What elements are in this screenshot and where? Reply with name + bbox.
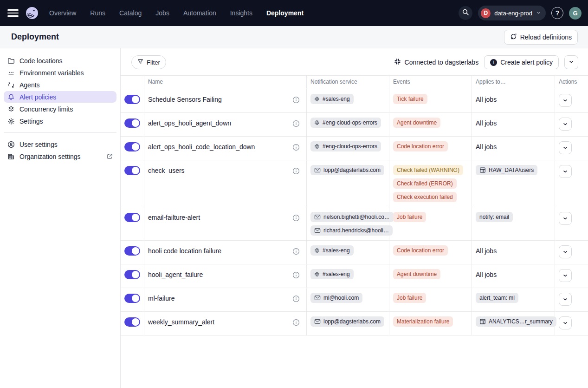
chevron-down-icon: [562, 169, 568, 174]
events-cell: Check failed (WARNING)Check failed (ERRO…: [389, 160, 472, 207]
help-button[interactable]: ?: [551, 7, 563, 19]
row-actions-dropdown-button[interactable]: [559, 245, 572, 258]
slack-icon: [314, 271, 320, 277]
tag-badge: alert_team: ml: [476, 293, 518, 303]
nav-link-jobs[interactable]: Jobs: [155, 9, 169, 17]
nav-link-catalog[interactable]: Catalog: [119, 9, 142, 17]
chevron-down-icon: [569, 59, 574, 66]
asset-badge: ANALYTICS…r_summary: [476, 316, 556, 327]
info-icon[interactable]: [292, 319, 300, 326]
search-button[interactable]: [459, 6, 472, 20]
notification-service-cell: lopp@dagsterlabs.com: [306, 312, 389, 335]
info-icon[interactable]: [292, 120, 300, 127]
alert-policies-table: Name Notification service Events Applies…: [121, 75, 588, 335]
info-icon[interactable]: [292, 96, 300, 104]
user-avatar[interactable]: G: [569, 7, 582, 20]
info-icon[interactable]: [292, 271, 300, 279]
enabled-toggle[interactable]: [124, 246, 140, 256]
environment-variables-icon: [7, 69, 15, 77]
sidebar-item-concurrency-limits[interactable]: Concurrency limits: [4, 103, 116, 115]
event-badge: Materialization failure: [393, 316, 453, 327]
row-actions-dropdown-button[interactable]: [559, 212, 572, 225]
row-actions-dropdown-button[interactable]: [559, 94, 572, 107]
policy-name: Schedule Sensors Failing: [148, 96, 222, 103]
alert-policy-row: ml-failureml@hooli.comJob failurealert_t…: [121, 288, 588, 312]
chevron-down-icon: [562, 121, 568, 127]
create-alert-policy-button[interactable]: + Create alert policy: [484, 55, 559, 69]
info-icon[interactable]: [292, 167, 300, 175]
sidebar-item-agents[interactable]: Agents: [4, 79, 116, 91]
nav-link-insights[interactable]: Insights: [230, 9, 252, 17]
row-actions-dropdown-button[interactable]: [559, 118, 572, 131]
slack-icon: [314, 248, 320, 253]
policy-name: hooli_agent_failure: [148, 271, 203, 278]
sidebar-item-label: Environment variables: [19, 69, 113, 77]
row-actions-dropdown-button[interactable]: [559, 165, 572, 178]
info-icon[interactable]: [292, 144, 300, 151]
applies-to-cell: RAW_DATA/users: [472, 160, 555, 207]
row-actions-dropdown-button[interactable]: [559, 141, 572, 154]
create-alert-policy-label: Create alert policy: [500, 59, 553, 66]
reload-icon: [510, 33, 517, 41]
user-settings-icon: [7, 141, 15, 148]
toggle-cell: [121, 288, 144, 311]
toolbar-more-dropdown-button[interactable]: [564, 55, 578, 69]
applies-to-cell: All jobs: [472, 89, 555, 112]
primary-nav-links: OverviewRunsCatalogJobsAutomationInsight…: [49, 9, 304, 17]
applies-to-cell: All jobs: [472, 264, 555, 288]
concurrency-limits-icon: [7, 105, 15, 113]
sidebar-item-alert-policies[interactable]: Alert policies: [4, 91, 116, 103]
enabled-toggle[interactable]: [124, 118, 140, 128]
enabled-toggle[interactable]: [124, 317, 140, 327]
info-icon[interactable]: [292, 295, 300, 303]
nav-link-automation[interactable]: Automation: [183, 9, 216, 17]
nav-link-deployment[interactable]: Deployment: [266, 9, 304, 17]
event-badge: Tick failure: [393, 94, 427, 104]
enabled-toggle[interactable]: [124, 213, 140, 222]
info-icon[interactable]: [292, 214, 300, 222]
enabled-toggle[interactable]: [124, 294, 140, 303]
toggle-cell: [121, 312, 144, 335]
alert-policy-row: hooli code location failure#sales-engCod…: [121, 241, 588, 264]
applies-to-value: All jobs: [476, 269, 497, 278]
sidebar-item-code-locations[interactable]: Code locations: [4, 55, 116, 66]
row-actions-dropdown-button[interactable]: [559, 269, 572, 282]
events-cell: Job failure: [389, 288, 472, 311]
sidebar-divider: [4, 132, 116, 133]
row-actions-dropdown-button[interactable]: [559, 316, 572, 329]
enabled-toggle[interactable]: [124, 166, 140, 175]
name-cell: hooli code location failure: [144, 241, 306, 264]
alert-policy-row: alert_ops_hooli_code_location_down#eng-c…: [121, 137, 588, 160]
event-badge: Job failure: [393, 212, 426, 222]
agents-icon: [7, 81, 15, 89]
sidebar-item-settings[interactable]: Settings: [4, 115, 116, 127]
table-icon: [479, 318, 486, 325]
enabled-toggle[interactable]: [124, 95, 140, 104]
page-header: Deployment Reload definitions: [0, 26, 588, 48]
events-cell: Agent downtime: [389, 113, 472, 136]
chevron-down-icon: [536, 9, 541, 17]
actions-cell: [555, 312, 588, 335]
filter-button[interactable]: Filter: [131, 55, 166, 69]
chevron-down-icon: [562, 296, 568, 302]
nav-link-overview[interactable]: Overview: [49, 9, 76, 17]
alert-policy-row: alert_ops_hooli_agent_down#eng-cloud-ops…: [121, 113, 588, 137]
nav-link-runs[interactable]: Runs: [90, 9, 105, 17]
sidebar-item-user-settings[interactable]: User settings: [4, 138, 116, 150]
enabled-toggle[interactable]: [124, 142, 140, 151]
chevron-down-icon: [562, 320, 568, 326]
toggle-cell: [121, 89, 144, 112]
hamburger-menu-icon[interactable]: [7, 7, 19, 19]
email-badge: ml@hooli.com: [310, 293, 362, 303]
deployment-switcher[interactable]: D data-eng-prod: [478, 6, 546, 20]
reload-definitions-button[interactable]: Reload definitions: [504, 30, 578, 45]
actions-cell: [555, 137, 588, 160]
sidebar-item-organization-settings[interactable]: Organization settings: [4, 151, 116, 162]
row-actions-dropdown-button[interactable]: [559, 293, 572, 306]
enabled-toggle[interactable]: [124, 270, 140, 279]
info-icon[interactable]: [292, 248, 300, 255]
name-cell: check_users: [144, 160, 306, 207]
sidebar-item-environment-variables[interactable]: Environment variables: [4, 67, 116, 79]
email-icon: [314, 318, 321, 325]
dagster-logo-icon[interactable]: [25, 6, 39, 20]
